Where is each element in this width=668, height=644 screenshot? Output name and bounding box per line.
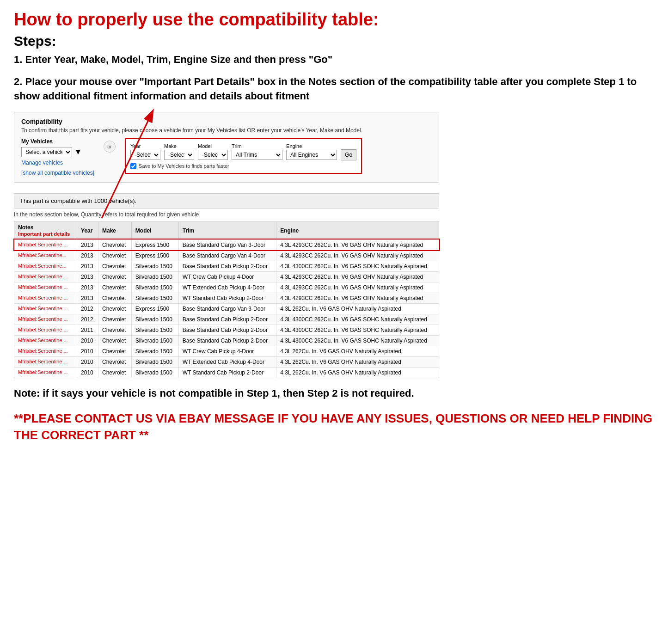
make-select[interactable]: -Select-: [164, 150, 194, 160]
ymm-row: Year -Select- Make -Select- Model: [130, 143, 356, 160]
cell-model: Silverado 1500: [131, 261, 178, 271]
cell-notes[interactable]: Mfrlabel:Serpentine ...: [14, 335, 77, 346]
cell-year: 2010: [77, 335, 98, 346]
trim-label: Trim: [232, 143, 282, 149]
vehicle-select-row: Select a vehicle ▼: [21, 147, 94, 157]
cell-notes[interactable]: Mfrlabel:Serpentine ...: [14, 271, 77, 282]
cell-engine: 4.3L 4300CC 262Cu. In. V6 GAS SOHC Natur…: [276, 314, 439, 325]
cell-trim: WT Standard Cab Pickup 2-Door: [178, 367, 276, 378]
cell-year: 2013: [77, 293, 98, 303]
cell-engine: 4.3L 262Cu. In. V6 GAS OHV Naturally Asp…: [276, 356, 439, 367]
col-make: Make: [98, 221, 131, 239]
cell-trim: Base Standard Cargo Van 3-Door: [178, 239, 276, 250]
cell-notes[interactable]: Mfrlabel:Serpentine ...: [14, 239, 77, 250]
important-part-details-link[interactable]: Important part details: [18, 231, 70, 237]
table-row: Mfrlabel:Serpentine ...2012ChevroletExpr…: [14, 303, 439, 314]
cell-make: Chevrolet: [98, 314, 131, 325]
engine-label: Engine: [286, 143, 337, 149]
cell-model: Silverado 1500: [131, 325, 178, 335]
engine-select[interactable]: All Engines: [286, 150, 337, 160]
cell-year: 2011: [77, 325, 98, 335]
compatibility-table: Notes Important part details Year Make M…: [14, 221, 439, 378]
cell-model: Express 1500: [131, 250, 178, 261]
cell-year: 2013: [77, 271, 98, 282]
compatibility-subtitle: To confirm that this part fits your vehi…: [21, 127, 432, 134]
cell-engine: 4.3L 4300CC 262Cu. In. V6 GAS SOHC Natur…: [276, 335, 439, 346]
step1-text: 1. Enter Year, Make, Model, Trim, Engine…: [14, 53, 654, 67]
cell-year: 2013: [77, 282, 98, 293]
cell-notes[interactable]: Mfrlabel:Serpentine ...: [14, 293, 77, 303]
cell-year: 2013: [77, 261, 98, 271]
cell-engine: 4.3L 4293CC 262Cu. In. V6 GAS OHV Natura…: [276, 271, 439, 282]
cell-engine: 4.3L 262Cu. In. V6 GAS OHV Naturally Asp…: [276, 367, 439, 378]
cell-notes[interactable]: Mfrlabel:Serpentine...: [14, 261, 77, 271]
cell-notes[interactable]: Mfrlabel:Serpentine ...: [14, 282, 77, 293]
cell-model: Silverado 1500: [131, 271, 178, 282]
vehicle-select[interactable]: Select a vehicle: [21, 147, 72, 157]
col-year: Year: [77, 221, 98, 239]
cell-model: Silverado 1500: [131, 282, 178, 293]
show-all-link[interactable]: [show all compatible vehicles]: [21, 170, 94, 176]
cell-model: Silverado 1500: [131, 335, 178, 346]
cell-model: Silverado 1500: [131, 314, 178, 325]
cell-notes[interactable]: Mfrlabel:Serpentine ...: [14, 346, 77, 356]
note-section: Note: if it says your vehicle is not com…: [14, 386, 654, 401]
model-label: Model: [198, 143, 228, 149]
table-row: Mfrlabel:Serpentine ...2013ChevroletSilv…: [14, 282, 439, 293]
cell-engine: 4.3L 4293CC 262Cu. In. V6 GAS OHV Natura…: [276, 293, 439, 303]
cell-trim: Base Standard Cab Pickup 2-Door: [178, 335, 276, 346]
compatibility-section: Compatibility To confirm that this part …: [14, 112, 439, 183]
contact-text: **PLEASE CONTACT US VIA EBAY MESSAGE IF …: [14, 410, 654, 444]
quantity-note: In the notes section below, Quantity ref…: [14, 211, 439, 218]
save-checkbox[interactable]: [130, 163, 136, 169]
table-row: Mfrlabel:Serpentine...2013ChevroletSilve…: [14, 261, 439, 271]
col-trim: Trim: [178, 221, 276, 239]
page-title: How to properly use the compatibility ta…: [14, 9, 654, 31]
table-body: Mfrlabel:Serpentine ...2013ChevroletExpr…: [14, 239, 439, 378]
model-select[interactable]: -Select-: [198, 150, 228, 160]
cell-make: Chevrolet: [98, 271, 131, 282]
engine-field: Engine All Engines: [286, 143, 337, 160]
table-row: Mfrlabel:Serpentine ...2013ChevroletSilv…: [14, 271, 439, 282]
make-label: Make: [164, 143, 194, 149]
year-select[interactable]: -Select-: [130, 150, 160, 160]
cell-model: Silverado 1500: [131, 367, 178, 378]
table-row: Mfrlabel:Serpentine ...2010ChevroletSilv…: [14, 367, 439, 378]
compat-body: My Vehicles Select a vehicle ▼ Manage ve…: [21, 138, 432, 177]
table-row: Mfrlabel:Serpentine ...2012ChevroletSilv…: [14, 314, 439, 325]
cell-engine: 4.3L 4293CC 262Cu. In. V6 GAS OHV Natura…: [276, 239, 439, 250]
cell-notes[interactable]: Mfrlabel:Serpentine...: [14, 250, 77, 261]
cell-make: Chevrolet: [98, 346, 131, 356]
compatible-count-bar: This part is compatible with 1000 vehicl…: [14, 193, 439, 209]
cell-year: 2012: [77, 314, 98, 325]
compatibility-title: Compatibility: [21, 118, 432, 125]
cell-year: 2010: [77, 356, 98, 367]
cell-make: Chevrolet: [98, 250, 131, 261]
cell-engine: 4.3L 262Cu. In. V6 GAS OHV Naturally Asp…: [276, 303, 439, 314]
trim-select[interactable]: All Trims: [232, 150, 282, 160]
cell-year: 2013: [77, 250, 98, 261]
table-row: Mfrlabel:Serpentine ...2013ChevroletSilv…: [14, 293, 439, 303]
cell-notes[interactable]: Mfrlabel:Serpentine ...: [14, 356, 77, 367]
cell-make: Chevrolet: [98, 239, 131, 250]
cell-notes[interactable]: Mfrlabel:Serpentine ...: [14, 314, 77, 325]
cell-engine: 4.3L 4293CC 262Cu. In. V6 GAS OHV Natura…: [276, 282, 439, 293]
cell-year: 2010: [77, 346, 98, 356]
model-field: Model -Select-: [198, 143, 228, 160]
cell-engine: 4.3L 4300CC 262Cu. In. V6 GAS SOHC Natur…: [276, 261, 439, 271]
cell-trim: Base Standard Cab Pickup 2-Door: [178, 261, 276, 271]
my-vehicles-section: My Vehicles Select a vehicle ▼ Manage ve…: [21, 138, 94, 177]
cell-notes[interactable]: Mfrlabel:Serpentine ...: [14, 367, 77, 378]
cell-notes[interactable]: Mfrlabel:Serpentine ...: [14, 325, 77, 335]
cell-engine: 4.3L 4300CC 262Cu. In. V6 GAS SOHC Natur…: [276, 325, 439, 335]
manage-vehicles-link[interactable]: Manage vehicles: [21, 159, 94, 166]
go-button[interactable]: Go: [341, 149, 356, 160]
cell-trim: WT Extended Cab Pickup 4-Door: [178, 282, 276, 293]
or-divider: or: [104, 141, 116, 153]
diagram-area: Compatibility To confirm that this part …: [14, 112, 439, 183]
table-row: Mfrlabel:Serpentine ...2010ChevroletSilv…: [14, 356, 439, 367]
cell-notes[interactable]: Mfrlabel:Serpentine ...: [14, 303, 77, 314]
cell-trim: Base Standard Cargo Van 4-Door: [178, 250, 276, 261]
table-row: Mfrlabel:Serpentine...2013ChevroletExpre…: [14, 250, 439, 261]
step2-text: 2. Place your mouse over "Important Part…: [14, 75, 654, 104]
